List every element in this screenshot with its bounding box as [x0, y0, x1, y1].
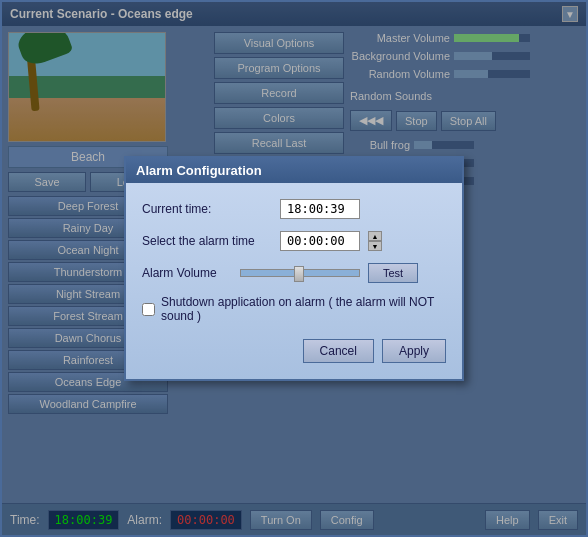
alarm-time-row: Select the alarm time ▲ ▼	[142, 231, 446, 251]
alarm-dialog-overlay: Alarm Configuration Current time: Select…	[2, 2, 586, 535]
shutdown-checkbox-row: Shutdown application on alarm ( the alar…	[142, 295, 446, 323]
cancel-button[interactable]: Cancel	[303, 339, 374, 363]
main-window: Current Scenario - Oceans edge ▼ Beach S…	[0, 0, 588, 537]
alarm-time-up[interactable]: ▲	[368, 231, 382, 241]
alarm-volume-thumb[interactable]	[294, 266, 304, 282]
shutdown-label: Shutdown application on alarm ( the alar…	[161, 295, 446, 323]
current-time-row: Current time:	[142, 199, 446, 219]
shutdown-checkbox[interactable]	[142, 303, 155, 316]
test-button[interactable]: Test	[368, 263, 418, 283]
alarm-time-label: Select the alarm time	[142, 234, 272, 248]
alarm-time-spinner: ▲ ▼	[368, 231, 382, 251]
alarm-volume-slider[interactable]	[240, 269, 360, 277]
dialog-buttons: Cancel Apply	[142, 339, 446, 363]
alarm-time-down[interactable]: ▼	[368, 241, 382, 251]
current-time-field[interactable]	[280, 199, 360, 219]
alarm-dialog-title: Alarm Configuration	[126, 158, 462, 183]
alarm-volume-row: Alarm Volume Test	[142, 263, 446, 283]
alarm-time-field[interactable]	[280, 231, 360, 251]
current-time-label: Current time:	[142, 202, 272, 216]
alarm-dialog: Alarm Configuration Current time: Select…	[124, 156, 464, 381]
apply-button[interactable]: Apply	[382, 339, 446, 363]
alarm-volume-label: Alarm Volume	[142, 266, 232, 280]
alarm-dialog-body: Current time: Select the alarm time ▲ ▼ …	[126, 183, 462, 379]
